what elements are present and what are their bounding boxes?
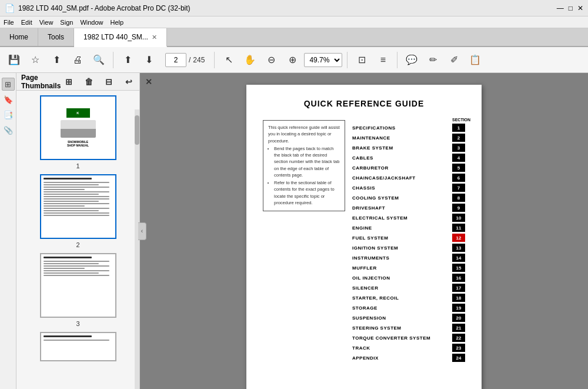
thumbnail-4[interactable] bbox=[19, 332, 137, 361]
section-name: MUFFLER bbox=[352, 265, 377, 271]
section-number: 18 bbox=[452, 294, 465, 302]
scroll-mode-button[interactable]: ≡ bbox=[373, 51, 392, 69]
print-button[interactable]: 🖨 bbox=[68, 51, 87, 69]
kawasaki-logo: K bbox=[66, 108, 90, 118]
sidebar-collapse-button[interactable]: ‹ bbox=[138, 222, 146, 240]
section-name: STEERING SYSTEM bbox=[352, 325, 402, 331]
sidebar-delete-button[interactable]: 🗑 bbox=[81, 74, 97, 90]
thumbnail-3-image bbox=[40, 253, 116, 318]
section-number: 14 bbox=[452, 254, 465, 262]
section-row: ENGINE11 bbox=[352, 223, 465, 232]
section-row: STORAGE19 bbox=[352, 303, 465, 312]
document-viewer: QUICK REFERENCE GUIDE This quick referen… bbox=[140, 73, 588, 389]
zoom-in-button[interactable]: ⊕ bbox=[283, 51, 302, 69]
stamp-button[interactable]: 📋 bbox=[466, 51, 485, 69]
zoom-select[interactable]: 49.7% 25% 50% 75% 100% 150% bbox=[304, 53, 342, 67]
app-icon: 📄 bbox=[5, 4, 15, 13]
window-maximize[interactable]: □ bbox=[569, 4, 573, 12]
section-number: 10 bbox=[452, 214, 465, 222]
section-row: MAINTENANCE2 bbox=[352, 133, 465, 142]
thumbnail-1[interactable]: K SNOWMOBILESHOP MANUAL 1 bbox=[19, 95, 137, 169]
thumbnail-1-label: 1 bbox=[76, 162, 79, 169]
toolbar-separator-1 bbox=[113, 52, 113, 68]
draw-button[interactable]: ✐ bbox=[445, 51, 463, 69]
bookmarks-panel-button[interactable]: 🔖 bbox=[2, 93, 15, 106]
thumb-line-9 bbox=[44, 201, 99, 202]
section-number: 1 bbox=[452, 124, 465, 132]
total-pages: 245 bbox=[193, 56, 205, 64]
sidebar-options-button[interactable]: ⊞ bbox=[61, 74, 77, 90]
thumb-line-7 bbox=[44, 196, 109, 197]
section-name: DRIVESHAFT bbox=[352, 205, 385, 211]
thumb3-line-t bbox=[44, 257, 92, 258]
thumbnails-panel-button[interactable]: ⊞ bbox=[2, 78, 15, 91]
comment-button[interactable]: 💬 bbox=[402, 51, 421, 69]
sidebar-header: Page Thumbnails ⊞ 🗑 ⊟ ↩ ✕ bbox=[16, 73, 139, 91]
tab-close-icon[interactable]: ✕ bbox=[152, 34, 157, 41]
window-minimize[interactable]: — bbox=[557, 4, 564, 12]
thumb-line-2 bbox=[44, 184, 99, 185]
cover-text: SNOWMOBILESHOP MANUAL bbox=[67, 140, 89, 148]
section-number: 9 bbox=[452, 204, 465, 212]
fit-page-button[interactable]: ⊡ bbox=[352, 51, 371, 69]
thumb3-line-5 bbox=[44, 270, 109, 271]
section-row: STARTER, RECOIL18 bbox=[352, 293, 465, 302]
sidebar-close-button[interactable]: ✕ bbox=[141, 74, 157, 90]
hand-tool-button[interactable]: ✋ bbox=[240, 51, 259, 69]
thumb3-line-1 bbox=[44, 261, 109, 262]
instruction-text-1: This quick reference guide will assist y… bbox=[268, 124, 340, 144]
upload-button[interactable]: ⬆ bbox=[47, 51, 66, 69]
sidebar-content: K SNOWMOBILESHOP MANUAL 1 bbox=[16, 91, 139, 389]
section-row: SUSPENSION20 bbox=[352, 313, 465, 322]
window-close[interactable]: ✕ bbox=[577, 4, 583, 12]
tab-tools[interactable]: Tools bbox=[38, 28, 74, 46]
section-name: APPENDIX bbox=[352, 355, 379, 361]
thumb-line-10 bbox=[44, 203, 109, 204]
section-number: 23 bbox=[452, 344, 465, 352]
menu-view[interactable]: View bbox=[39, 19, 54, 26]
section-number: 24 bbox=[452, 354, 465, 362]
tab-document[interactable]: 1982 LTD 440_SM... ✕ bbox=[74, 28, 167, 47]
toolbar-separator-2 bbox=[214, 52, 215, 68]
menu-help[interactable]: Help bbox=[111, 19, 124, 26]
zoom-out-button[interactable]: ⊖ bbox=[262, 51, 280, 69]
layers-panel-button[interactable]: 📑 bbox=[2, 108, 15, 121]
thumb4-line-1 bbox=[44, 340, 109, 341]
sidebar-layout-button[interactable]: ⊟ bbox=[101, 74, 117, 90]
toolbar: 💾 ☆ ⬆ 🖨 🔍 ⬆ ⬇ 2 / 245 ↖ ✋ ⊖ ⊕ 49.7% 25% … bbox=[0, 47, 588, 73]
section-name: STORAGE bbox=[352, 305, 377, 311]
menu-sign[interactable]: Sign bbox=[60, 19, 73, 26]
tab-bar: Home Tools 1982 LTD 440_SM... ✕ bbox=[0, 28, 588, 47]
section-name: TRACK bbox=[352, 345, 370, 351]
tab-document-label: 1982 LTD 440_SM... bbox=[83, 33, 148, 41]
sidebar-undo-button[interactable]: ↩ bbox=[121, 74, 137, 90]
select-tool-button[interactable]: ↖ bbox=[219, 51, 238, 69]
section-name: MAINTENANCE bbox=[352, 135, 390, 141]
section-number: 11 bbox=[452, 224, 465, 232]
page-number-input[interactable]: 2 bbox=[165, 53, 186, 67]
thumb-line-6 bbox=[44, 194, 99, 195]
section-row: INSTRUMENTS14 bbox=[352, 253, 465, 262]
section-number: 21 bbox=[452, 324, 465, 332]
highlight-button[interactable]: ✏ bbox=[423, 51, 442, 69]
section-name: IGNITION SYSTEM bbox=[352, 245, 398, 251]
thumbnail-2[interactable]: 2 bbox=[19, 174, 137, 248]
bookmark-button[interactable]: ☆ bbox=[26, 51, 45, 69]
section-row: MUFFLER15 bbox=[352, 263, 465, 272]
thumbnail-3[interactable]: 3 bbox=[19, 253, 137, 327]
menu-edit[interactable]: Edit bbox=[21, 19, 32, 26]
section-row: OIL INJECTION16 bbox=[352, 273, 465, 282]
tab-home[interactable]: Home bbox=[0, 28, 38, 46]
prev-page-button[interactable]: ⬆ bbox=[118, 51, 137, 69]
thumb-line-5 bbox=[44, 191, 109, 192]
search-button[interactable]: 🔍 bbox=[89, 51, 108, 69]
section-name: ELECTRICAL SYSTEM bbox=[352, 215, 407, 221]
save-button[interactable]: 💾 bbox=[5, 51, 24, 69]
menu-window[interactable]: Window bbox=[80, 19, 103, 26]
section-name: STARTER, RECOIL bbox=[352, 295, 399, 301]
sidebar-scrollbar[interactable] bbox=[135, 109, 139, 389]
menu-file[interactable]: File bbox=[4, 19, 14, 26]
title-bar: 📄 1982 LTD 440_SM.pdf - Adobe Acrobat Pr… bbox=[0, 0, 588, 16]
attachments-panel-button[interactable]: 📎 bbox=[2, 124, 15, 137]
next-page-button[interactable]: ⬇ bbox=[139, 51, 158, 69]
